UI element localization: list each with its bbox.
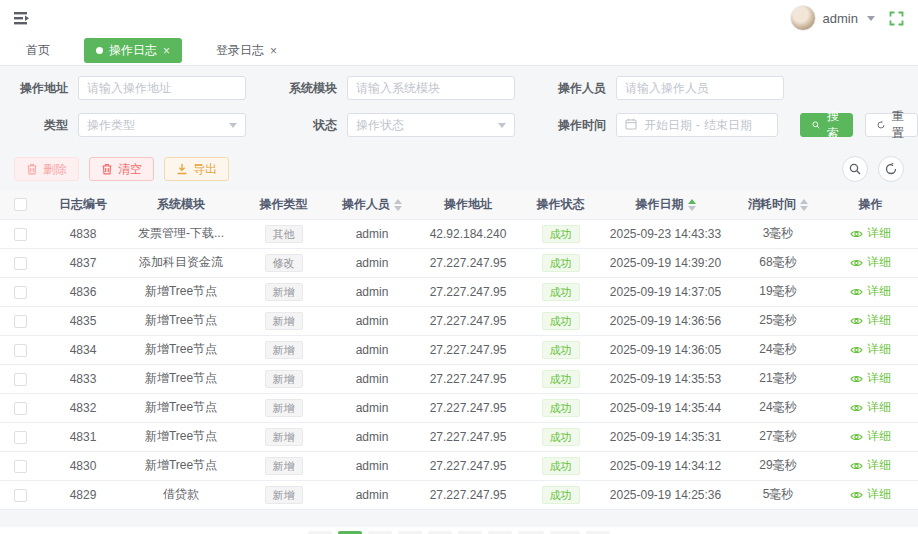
tab-操作日志[interactable]: 操作日志× <box>84 38 182 63</box>
cell-log-id: 4834 <box>40 335 126 364</box>
op-type-badge: 修改 <box>265 254 303 272</box>
filter-operator-label: 操作人员 <box>552 80 616 97</box>
type-select-input[interactable] <box>79 114 225 136</box>
refresh-icon <box>877 119 885 131</box>
row-checkbox[interactable] <box>14 257 27 270</box>
export-button[interactable]: 导出 <box>164 157 229 181</box>
detail-label: 详细 <box>867 254 891 271</box>
address-input[interactable] <box>79 77 245 99</box>
cell-cost: 29毫秒 <box>733 451 823 480</box>
status-badge: 成功 <box>542 283 580 301</box>
detail-link[interactable]: 详细 <box>850 399 891 416</box>
chevron-down-icon <box>867 16 875 21</box>
sort-icon[interactable] <box>800 199 808 211</box>
filter-time: 操作时间 开始日期 - 结束日期 <box>552 113 778 137</box>
op-type-badge: 新增 <box>265 457 303 475</box>
cell-date: 2025-09-19 14:36:56 <box>598 306 733 335</box>
status-select-input[interactable] <box>348 114 494 136</box>
tab-首页[interactable]: 首页 <box>18 39 58 62</box>
operator-input[interactable] <box>617 77 783 99</box>
cell-module: 新增Tree节点 <box>126 393 236 422</box>
detail-link[interactable]: 详细 <box>850 283 891 300</box>
cell-cost: 25毫秒 <box>733 306 823 335</box>
detail-link[interactable]: 详细 <box>850 341 891 358</box>
tab-登录日志[interactable]: 登录日志× <box>208 39 285 62</box>
status-badge: 成功 <box>542 428 580 446</box>
filter-operator: 操作人员 <box>552 76 784 100</box>
refresh-table-button[interactable] <box>878 156 904 182</box>
status-select[interactable] <box>347 113 515 137</box>
header-operator[interactable]: 操作人员 <box>331 190 413 219</box>
sidebar-fold-icon[interactable] <box>14 11 31 26</box>
op-type-badge: 新增 <box>265 283 303 301</box>
cell-date: 2025-09-19 14:37:05 <box>598 277 733 306</box>
detail-link[interactable]: 详细 <box>850 428 891 445</box>
detail-label: 详细 <box>867 225 891 242</box>
cell-module: 新增Tree节点 <box>126 422 236 451</box>
cell-address: 27.227.247.95 <box>413 335 523 364</box>
detail-link[interactable]: 详细 <box>850 225 891 242</box>
sort-icon-active[interactable] <box>688 199 696 211</box>
row-checkbox[interactable] <box>14 489 27 502</box>
status-badge: 成功 <box>542 254 580 272</box>
select-all-checkbox[interactable] <box>14 198 27 211</box>
close-icon[interactable]: × <box>270 45 277 57</box>
date-start-placeholder: 开始日期 <box>637 117 692 134</box>
cell-cost: 21毫秒 <box>733 364 823 393</box>
cell-date: 2025-09-23 14:43:33 <box>598 219 733 248</box>
cell-address: 27.227.247.95 <box>413 306 523 335</box>
cell-cost: 19毫秒 <box>733 277 823 306</box>
clean-button[interactable]: 清空 <box>89 157 154 181</box>
table-bottom-gap <box>0 510 918 527</box>
clean-button-label: 清空 <box>118 161 142 178</box>
header-date[interactable]: 操作日期 <box>598 190 733 219</box>
detail-link[interactable]: 详细 <box>850 457 891 474</box>
op-type-badge: 新增 <box>265 486 303 504</box>
row-checkbox[interactable] <box>14 228 27 241</box>
detail-link[interactable]: 详细 <box>850 254 891 271</box>
date-range-picker[interactable]: 开始日期 - 结束日期 <box>616 113 778 137</box>
user-menu[interactable]: admin <box>790 5 875 31</box>
header-cost[interactable]: 消耗时间 <box>733 190 823 219</box>
row-checkbox[interactable] <box>14 460 27 473</box>
cell-date: 2025-09-19 14:35:44 <box>598 393 733 422</box>
row-checkbox[interactable] <box>14 344 27 357</box>
cell-log-id: 4829 <box>40 480 126 509</box>
row-checkbox[interactable] <box>14 315 27 328</box>
module-input[interactable] <box>348 77 514 99</box>
op-type-badge: 新增 <box>265 428 303 446</box>
type-select[interactable] <box>78 113 246 137</box>
cell-module: 发票管理-下载... <box>126 219 236 248</box>
status-badge: 成功 <box>542 486 580 504</box>
delete-button-label: 删除 <box>43 161 67 178</box>
detail-link[interactable]: 详细 <box>850 312 891 329</box>
cell-operator: admin <box>331 364 413 393</box>
eye-icon <box>850 374 863 384</box>
sort-icon[interactable] <box>394 199 402 211</box>
close-icon[interactable]: × <box>163 45 170 57</box>
row-checkbox[interactable] <box>14 402 27 415</box>
delete-button[interactable]: 删除 <box>14 157 79 181</box>
row-checkbox[interactable] <box>14 431 27 444</box>
toggle-search-button[interactable] <box>842 156 868 182</box>
search-button[interactable]: 搜索 <box>800 113 853 137</box>
cell-module: 添加科目资金流 <box>126 248 236 277</box>
cell-cost: 24毫秒 <box>733 393 823 422</box>
reset-button[interactable]: 重置 <box>865 113 918 137</box>
detail-link[interactable]: 详细 <box>850 486 891 503</box>
table-row: 4837 添加科目资金流 修改 admin 27.227.247.95 成功 2… <box>0 248 918 277</box>
row-checkbox[interactable] <box>14 286 27 299</box>
cell-operator: admin <box>331 422 413 451</box>
search-icon <box>812 119 820 131</box>
detail-link[interactable]: 详细 <box>850 370 891 387</box>
cell-operator: admin <box>331 335 413 364</box>
detail-label: 详细 <box>867 428 891 445</box>
op-type-badge: 新增 <box>265 312 303 330</box>
row-checkbox[interactable] <box>14 373 27 386</box>
fullscreen-icon[interactable] <box>889 11 904 26</box>
cell-operator: admin <box>331 277 413 306</box>
cell-operator: admin <box>331 480 413 509</box>
cell-cost: 68毫秒 <box>733 248 823 277</box>
filter-module: 系统模块 <box>283 76 515 100</box>
table-row: 4830 新增Tree节点 新增 admin 27.227.247.95 成功 … <box>0 451 918 480</box>
